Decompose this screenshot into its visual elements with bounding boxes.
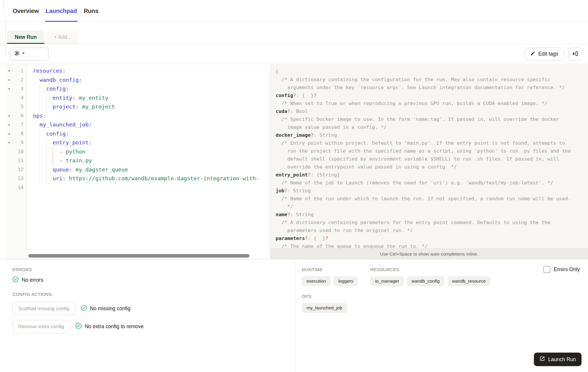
code-token: : [66,131,69,137]
tag-execution[interactable]: execution [302,276,331,286]
tab-overview[interactable]: Overview [13,8,39,21]
schema-token: default shell (specified by environment … [276,156,559,162]
page-edge-line [6,17,6,57]
schema-token: */ [276,204,293,209]
indent-guide [46,174,46,183]
fold-arrow-icon[interactable]: ▾ [6,76,12,85]
scaffold-missing-config-button[interactable]: Scaffold missing config [12,302,75,315]
yaml-line[interactable]: ▾2 wandb_config: [6,76,270,85]
code-token: wandb_config [39,77,79,83]
yaml-line-content: my_launched_job: [27,120,270,129]
add-session-tab-button[interactable]: + Add... [46,30,79,44]
config-editor[interactable]: ▾1resources:▾2 wandb_config:▾3 config:4 … [0,64,270,259]
open-in-panel-button[interactable] [568,48,582,61]
page-edge-line [4,0,4,14]
tag-wandb_config[interactable]: wandb_config [407,276,444,286]
schema-token: : { } [296,93,314,98]
tab-launchpad[interactable]: Launchpad [46,8,77,21]
fold-arrow-icon[interactable]: ▾ [6,66,12,76]
yaml-line[interactable]: 4 entity: my_entity [6,94,270,103]
horizontal-scrollbar-thumb[interactable] [28,254,249,258]
errors-only-toggle[interactable]: Errors Only [543,266,580,273]
code-token: https://github.com/wandb/example-dagster… [69,175,259,181]
edit-tags-label: Edit tags [538,51,558,57]
tab-runs[interactable]: Runs [84,8,99,21]
resources-label: RESOURCES [370,267,490,272]
yaml-line-content: - python [27,147,270,156]
code-token: my_dagster_queue [76,166,128,173]
schema-token: cuda [276,109,287,114]
action-status-text: No extra config to remove [85,323,144,330]
indent-guide [46,102,46,111]
op-selector-input[interactable]: * [10,48,49,61]
yaml-line[interactable]: ▾6ops: [6,111,270,121]
code-token: entity [53,95,72,101]
code-token [33,77,39,83]
tag-my_launched_job[interactable]: my_launched_job [302,303,347,313]
schema-token: parameters used to run the original run.… [276,228,413,233]
fold-arrow-icon[interactable]: ▾ [6,138,12,147]
schema-line: parameters used to run the original run.… [276,226,585,234]
tag-wandb_resource[interactable]: wandb_resource [447,276,491,286]
fold-arrow-icon[interactable]: ▾ [6,111,12,121]
schema-line: run the project file with the specified … [276,147,585,155]
schema-token: /* Name of the run under which to launch… [276,196,571,201]
code-token: : [89,121,92,128]
code-token: resources [33,68,62,74]
tag-io_manager[interactable]: io_manager [370,276,404,286]
line-number: 4 [12,94,27,103]
code-token: : [79,77,82,83]
indent-guide [39,138,40,147]
tag-loggers[interactable]: loggers [334,276,358,286]
code-token: : [62,68,66,74]
indent-guide [39,165,40,174]
schema-token: ? [293,93,296,98]
check-circle-icon [75,323,82,331]
config-editor-lines: ▾1resources:▾2 wandb_config:▾3 config:4 … [6,64,270,192]
yaml-line[interactable]: 14 [6,183,270,192]
line-number: 9 [12,138,27,147]
code-token: uri [53,175,62,181]
indent-guide [39,84,40,94]
yaml-line[interactable]: 12 queue: my_dagster_queue [6,165,270,174]
schema-line: entry_point?: [String] [276,171,585,179]
yaml-line[interactable]: 13 uri: https://github.com/wandb/example… [6,174,270,183]
schema-line: image value passed in a config. */ [276,123,585,131]
yaml-line[interactable]: 5 project: my_project [6,102,270,111]
resources-section: RESOURCES io_managerwandb_configwandb_re… [370,267,490,286]
runtime-resources-row: RUNTIME executionloggers RESOURCES io_ma… [302,267,580,286]
line-number: 12 [12,165,27,174]
schema-token: name [276,212,287,217]
remove-extra-config-button[interactable]: Remove extra config [12,320,70,333]
schema-line: /* A dictionary containing the configura… [276,76,585,84]
schema-line: override the entrypoint value passed in … [276,163,585,171]
yaml-line[interactable]: 10 - python [6,147,270,156]
fold-arrow-icon[interactable]: ▾ [6,84,12,94]
config-action-row: Scaffold missing configNo missing config [12,302,288,315]
config-schema-panel: { /* A dictionary containing the configu… [270,64,588,259]
schema-token: ? [314,93,317,98]
yaml-line[interactable]: ▾9 entry_point: [6,138,270,147]
yaml-line[interactable]: ▾7 my_launched_job: [6,120,270,129]
yaml-line[interactable]: ▾3 config: [6,84,270,94]
horizontal-scrollbar[interactable] [28,254,252,258]
schema-line: docker_image?: String [276,131,585,139]
session-tab-new-run[interactable]: New Run [7,30,44,44]
fold-arrow-icon[interactable]: ▾ [6,129,12,139]
code-token [33,95,53,101]
yaml-line-content: - train.py [27,156,270,165]
schema-line: /* Name of the job to Launch (removes th… [276,179,585,187]
yaml-line[interactable]: ▾1resources: [6,66,270,76]
line-number: 2 [12,76,27,85]
code-token [79,104,82,110]
errors-only-checkbox[interactable] [543,266,550,273]
launch-run-button[interactable]: Launch Run [534,353,582,366]
yaml-line[interactable]: ▾8 config: [6,129,270,139]
fold-arrow-icon[interactable]: ▾ [6,120,12,129]
yaml-line[interactable]: 11 - train.py [6,156,270,165]
schema-line: arguments under the key 'resource_args'.… [276,84,585,91]
indent-guide [39,94,40,103]
edit-tags-button[interactable]: Edit tags [524,48,565,61]
resources-tags: io_managerwandb_configwandb_resource [370,276,490,286]
fold-spacer [6,94,12,103]
